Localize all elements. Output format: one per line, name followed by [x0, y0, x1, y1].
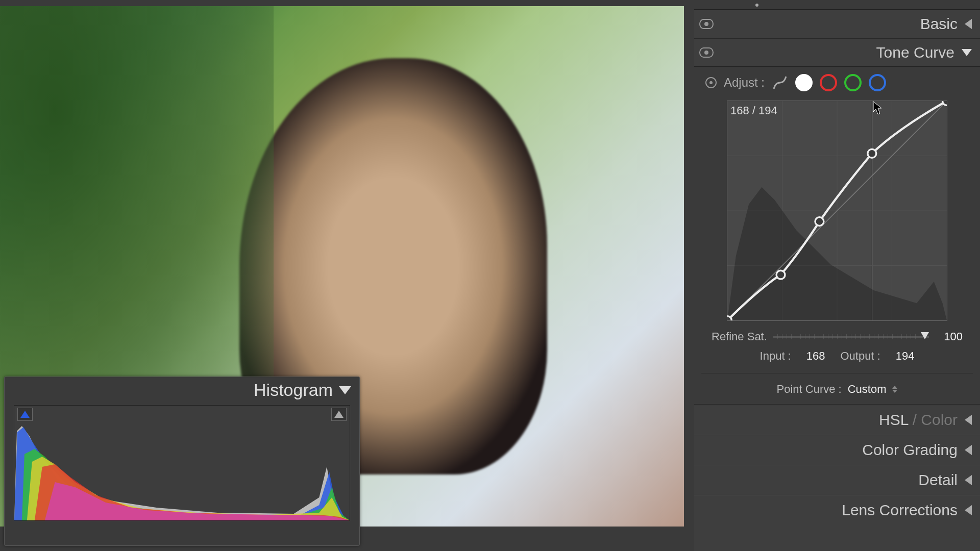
chevron-left-icon[interactable] — [965, 19, 972, 29]
input-value[interactable]: 168 — [806, 349, 825, 363]
slider-thumb[interactable] — [921, 332, 929, 339]
svg-point-9 — [815, 217, 824, 226]
color-grading-section-header[interactable]: Color Grading — [694, 435, 980, 465]
panel-top-strip — [694, 0, 980, 10]
eye-icon[interactable] — [699, 47, 714, 58]
hsl-label: HSL / Color — [699, 411, 965, 429]
chevron-left-icon[interactable] — [965, 505, 972, 515]
color-text: / Color — [908, 411, 958, 428]
tone-curve-editor[interactable]: 168 / 194 — [727, 101, 947, 321]
point-curve-row: Point Curve : Custom — [701, 373, 973, 399]
svg-point-8 — [776, 270, 785, 279]
blue-channel-button[interactable] — [869, 74, 886, 91]
histogram-panel: Histogram — [4, 377, 360, 546]
histogram-svg — [14, 406, 350, 520]
adjust-label: Adjust : — [724, 76, 765, 90]
point-curve-value[interactable]: Custom — [848, 383, 887, 396]
shadow-clip-indicator[interactable] — [17, 408, 33, 421]
develop-panel: Basic Tone Curve Adjust : 168 / 194 — [694, 0, 980, 551]
slider-track[interactable] — [773, 336, 929, 338]
highlight-clip-indicator[interactable] — [331, 408, 347, 421]
histogram-title: Histogram — [254, 380, 333, 400]
lens-label: Lens Corrections — [699, 502, 965, 519]
basic-label: Basic — [714, 15, 965, 33]
histogram-header[interactable]: Histogram — [5, 377, 359, 403]
basic-section-header[interactable]: Basic — [694, 10, 980, 38]
refine-sat-slider[interactable]: Refine Sat. 100 — [701, 327, 973, 346]
detail-label: Detail — [699, 471, 965, 489]
input-output-row: Input : 168 Output : 194 — [701, 346, 973, 366]
hsl-section-header[interactable]: HSL / Color — [694, 405, 980, 435]
rgb-channel-button[interactable] — [795, 74, 813, 91]
tone-curve-label: Tone Curve — [714, 44, 962, 61]
output-value[interactable]: 194 — [896, 349, 915, 363]
target-adjust-icon[interactable] — [705, 77, 717, 88]
refine-sat-value: 100 — [935, 330, 963, 343]
triangle-icon — [20, 411, 30, 418]
chevron-down-icon[interactable] — [962, 49, 972, 56]
tone-curve-section-header[interactable]: Tone Curve — [694, 38, 980, 67]
green-channel-button[interactable] — [844, 74, 862, 91]
triangle-icon — [334, 411, 344, 418]
refine-sat-label: Refine Sat. — [712, 330, 767, 343]
cursor-icon — [873, 101, 884, 115]
hsl-text: HSL — [879, 411, 908, 428]
input-label: Input : — [760, 349, 791, 363]
point-curve-label: Point Curve : — [777, 383, 842, 396]
color-grading-label: Color Grading — [699, 441, 965, 459]
svg-point-10 — [868, 149, 876, 158]
output-label: Output : — [840, 349, 880, 363]
eye-icon[interactable] — [699, 19, 714, 29]
detail-section-header[interactable]: Detail — [694, 465, 980, 495]
chevron-down-icon[interactable] — [339, 386, 351, 394]
histogram-chart[interactable] — [14, 405, 350, 521]
chevron-left-icon[interactable] — [965, 475, 972, 485]
stepper-icon[interactable] — [892, 386, 897, 393]
curve-svg — [727, 101, 947, 320]
chevron-left-icon[interactable] — [965, 445, 972, 455]
parametric-curve-icon[interactable] — [772, 74, 788, 91]
chevron-left-icon[interactable] — [965, 415, 972, 425]
tone-curve-body: Adjust : 168 / 194 — [694, 67, 980, 405]
red-channel-button[interactable] — [820, 74, 837, 91]
lens-section-header[interactable]: Lens Corrections — [694, 495, 980, 525]
adjust-row: Adjust : — [701, 72, 973, 98]
